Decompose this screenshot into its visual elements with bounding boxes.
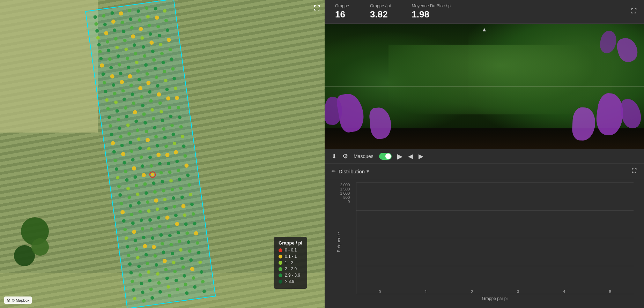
grid-line-500 bbox=[356, 266, 634, 266]
grid-line-1000 bbox=[356, 238, 634, 238]
vine-image bbox=[325, 24, 644, 149]
svg-rect-0 bbox=[86, 0, 215, 308]
stat-moyenne-value: 1.98 bbox=[412, 9, 429, 20]
prev-icon[interactable]: ◀ bbox=[408, 152, 413, 160]
bar-label-4: 4 bbox=[563, 290, 565, 294]
stat-moyenne-label: Moyenne Du Bloc / pi bbox=[412, 3, 451, 8]
legend-color-1 bbox=[279, 255, 282, 258]
legend-color-4 bbox=[279, 273, 282, 277]
bar-col-2: 2 bbox=[452, 288, 492, 294]
legend-color-5 bbox=[279, 280, 282, 284]
right-panel: Grappe 16 Grappe / pi 3.82 Moyenne Du Bl… bbox=[325, 0, 644, 308]
y-axis-container: Fréquence 2 000 1 500 1 000 500 0 bbox=[335, 183, 356, 301]
map-expand-button[interactable] bbox=[313, 4, 320, 13]
bar-label-2: 2 bbox=[471, 290, 473, 294]
legend-item-5: > 3.9 bbox=[279, 279, 302, 284]
play-icon[interactable]: ▶ bbox=[397, 152, 402, 160]
stat-grappe-value: 16 bbox=[335, 9, 345, 20]
download-icon[interactable]: ⬇ bbox=[332, 152, 337, 160]
legend-color-2 bbox=[279, 261, 282, 265]
trellis-wire bbox=[325, 87, 644, 87]
bar-label-3: 3 bbox=[517, 290, 519, 294]
distribution-panel: ✏ Distribution ▾ Fréquence 2 000 bbox=[325, 164, 644, 308]
chart-area: Fréquence 2 000 1 500 1 000 500 0 bbox=[325, 179, 644, 308]
legend-color-3 bbox=[279, 267, 282, 271]
chart-container: Fréquence 2 000 1 500 1 000 500 0 bbox=[335, 183, 634, 301]
toggle-knob bbox=[385, 153, 391, 159]
chart-body: 0 1 2 bbox=[356, 183, 634, 301]
stat-grappe-pi-value: 3.82 bbox=[370, 9, 388, 20]
settings-icon[interactable]: ⚙ bbox=[342, 152, 348, 160]
foliage-center bbox=[388, 45, 612, 114]
legend-item-2: 1 - 2 bbox=[279, 260, 302, 265]
y-label-1000: 1 000 bbox=[340, 191, 350, 195]
stats-header: Grappe 16 Grappe / pi 3.82 Moyenne Du Bl… bbox=[325, 0, 644, 24]
grid-line-1500 bbox=[356, 210, 634, 211]
stat-grappe-label: Grappe bbox=[335, 3, 349, 8]
legend-item-0: 0 - 0.1 bbox=[279, 248, 302, 253]
distribution-title: Distribution ▾ bbox=[339, 168, 369, 174]
mapbox-badge: ⊙ © Mapbox bbox=[4, 296, 32, 304]
bar-label-0: 0 bbox=[379, 290, 381, 294]
legend-label-3: 2 - 2.9 bbox=[285, 266, 297, 271]
y-label-0: 0 bbox=[348, 200, 350, 204]
bar-col-1: 1 bbox=[406, 288, 446, 294]
legend-label-5: > 3.9 bbox=[285, 279, 294, 284]
legend-label-4: 2.9 - 3.9 bbox=[285, 273, 300, 278]
stat-grappe-pi: Grappe / pi 3.82 bbox=[370, 3, 391, 20]
bar-col-5: 5 bbox=[590, 288, 630, 294]
legend-item-4: 2.9 - 3.9 bbox=[279, 273, 302, 278]
y-label-2000: 2 000 bbox=[340, 183, 350, 187]
legend-item-1: 0.1 - 1 bbox=[279, 254, 302, 259]
bar-col-0: 0 bbox=[360, 288, 400, 294]
distribution-header: ✏ Distribution ▾ bbox=[325, 164, 644, 179]
x-axis-title: Grappe par pi bbox=[356, 296, 634, 301]
legend-label-0: 0 - 0.1 bbox=[285, 248, 297, 253]
masques-label: Masques bbox=[354, 153, 373, 159]
y-label-1500: 1 500 bbox=[340, 187, 350, 191]
y-label-500: 500 bbox=[343, 195, 350, 200]
legend-label-2: 1 - 2 bbox=[285, 260, 293, 265]
legend-item-3: 2 - 2.9 bbox=[279, 266, 302, 271]
y-axis: 2 000 1 500 1 000 500 0 bbox=[335, 183, 353, 214]
distribution-expand-button[interactable] bbox=[631, 168, 637, 175]
grid-line-2000 bbox=[356, 182, 634, 183]
pencil-icon: ✏ bbox=[332, 168, 336, 174]
distribution-chevron-icon: ▾ bbox=[367, 168, 369, 174]
image-controls: ⬇ ⚙ Masques ▶ ◀ ▶ bbox=[325, 149, 644, 164]
bar-col-3: 3 bbox=[498, 288, 538, 294]
y-axis-title: Fréquence bbox=[336, 232, 341, 252]
stats-expand-button[interactable] bbox=[631, 8, 637, 16]
stat-grappe-pi-label: Grappe / pi bbox=[370, 3, 391, 8]
bar-col-4: 4 bbox=[544, 288, 584, 294]
image-collapse-button[interactable]: ▲ bbox=[482, 27, 487, 33]
mapbox-label: © Mapbox bbox=[12, 298, 29, 302]
stat-grappe: Grappe 16 bbox=[335, 3, 349, 20]
bars-area: 0 1 2 bbox=[356, 183, 634, 294]
masques-toggle[interactable] bbox=[379, 153, 392, 160]
next-icon[interactable]: ▶ bbox=[419, 152, 423, 160]
legend-color-0 bbox=[279, 248, 282, 252]
bar-label-1: 1 bbox=[425, 290, 427, 294]
map-legend: Grappe / pi 0 - 0.1 0.1 - 1 1 - 2 2 - 2.… bbox=[274, 237, 307, 289]
image-viewer: ▲ bbox=[325, 24, 644, 149]
distribution-title-text: Distribution bbox=[339, 168, 365, 174]
stat-moyenne: Moyenne Du Bloc / pi 1.98 bbox=[412, 3, 451, 20]
bar-label-5: 5 bbox=[609, 290, 611, 294]
map-panel: Grappe / pi 0 - 0.1 0.1 - 1 1 - 2 2 - 2.… bbox=[0, 0, 325, 308]
legend-title: Grappe / pi bbox=[279, 240, 302, 246]
legend-label-1: 0.1 - 1 bbox=[285, 254, 297, 259]
